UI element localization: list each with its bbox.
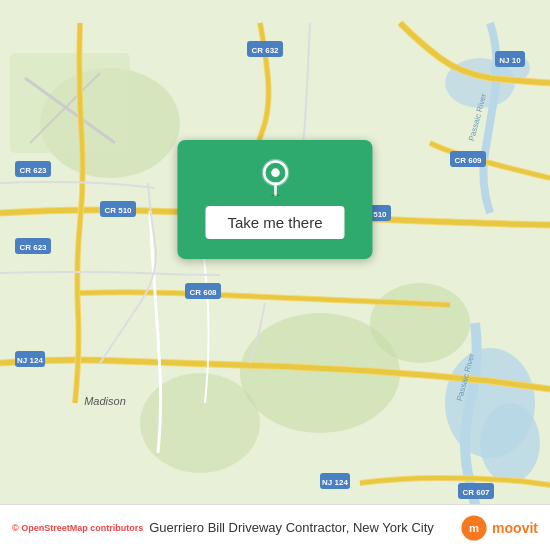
green-panel: Take me there <box>177 140 372 259</box>
svg-point-6 <box>370 283 470 363</box>
location-name: Guerriero Bill Driveway Contractor, New … <box>149 520 460 535</box>
svg-text:NJ 124: NJ 124 <box>17 356 43 365</box>
osm-credit: © OpenStreetMap contributors <box>12 523 143 533</box>
svg-text:CR 608: CR 608 <box>189 288 217 297</box>
take-me-there-button[interactable]: Take me there <box>205 206 344 239</box>
svg-text:m: m <box>469 522 479 534</box>
cta-overlay: Take me there <box>177 140 372 259</box>
svg-point-7 <box>140 373 260 473</box>
svg-text:CR 623: CR 623 <box>19 243 47 252</box>
map-container: CR 632 NJ 10 CR 623 CR 623 CR 510 CR 510… <box>0 0 550 550</box>
svg-text:CR 623: CR 623 <box>19 166 47 175</box>
location-pin-icon <box>256 158 294 196</box>
svg-text:CR 632: CR 632 <box>251 46 279 55</box>
svg-text:NJ 10: NJ 10 <box>499 56 521 65</box>
bottom-bar: © OpenStreetMap contributors Guerriero B… <box>0 504 550 550</box>
moovit-text: moovit <box>492 520 538 536</box>
svg-point-42 <box>271 194 280 196</box>
map-background: CR 632 NJ 10 CR 623 CR 623 CR 510 CR 510… <box>0 0 550 550</box>
svg-text:CR 609: CR 609 <box>454 156 482 165</box>
svg-point-4 <box>480 403 540 483</box>
svg-text:CR 607: CR 607 <box>462 488 490 497</box>
svg-text:Madison: Madison <box>84 395 126 407</box>
moovit-logo: m moovit <box>460 514 538 542</box>
svg-point-41 <box>271 168 280 177</box>
moovit-icon: m <box>460 514 488 542</box>
svg-text:NJ 124: NJ 124 <box>322 478 348 487</box>
svg-text:CR 510: CR 510 <box>104 206 132 215</box>
